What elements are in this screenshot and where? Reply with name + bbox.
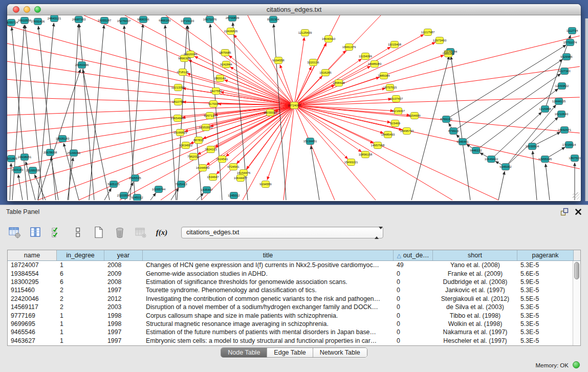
cell-in_degree[interactable]: 2	[57, 295, 104, 302]
graph-node[interactable]	[34, 18, 42, 25]
table-row[interactable]: 946554611997Estimation of the future num…	[8, 328, 580, 336]
graph-node[interactable]	[561, 127, 569, 134]
graph-node[interactable]	[262, 181, 270, 188]
table-row[interactable]: 1830029562008Estimation of significance …	[8, 278, 580, 286]
graph-node[interactable]	[223, 61, 230, 68]
graph-node[interactable]	[182, 142, 190, 149]
graph-node[interactable]	[472, 147, 480, 154]
cell-name[interactable]: 9463627	[8, 337, 57, 344]
graph-node[interactable]	[459, 139, 467, 145]
cell-in_degree[interactable]: 1	[57, 320, 104, 327]
graph-node[interactable]	[310, 59, 317, 66]
graph-node[interactable]	[424, 29, 432, 36]
graph-node[interactable]	[345, 44, 353, 51]
graph-node[interactable]	[21, 154, 29, 161]
cell-title[interactable]: Tourette syndrome. Phenomenology and cla…	[143, 287, 394, 294]
graph-node[interactable]	[347, 159, 355, 166]
graph-node[interactable]	[411, 113, 419, 119]
graph-node[interactable]	[212, 88, 220, 95]
cell-name[interactable]: 9465546	[8, 329, 57, 336]
graph-node[interactable]	[179, 69, 187, 76]
column-select-check-icon[interactable]	[50, 226, 63, 239]
graph-node[interactable]	[563, 54, 571, 60]
graph-node[interactable]	[391, 41, 399, 48]
table-row[interactable]: 946362711997Embryonic stem cells: a mode…	[8, 337, 580, 345]
cell-name[interactable]: 18300295	[8, 278, 57, 286]
cell-year[interactable]: 1997	[104, 287, 143, 294]
column-show-hide-icon[interactable]	[29, 226, 42, 239]
graph-node[interactable]	[502, 164, 510, 170]
graph-node[interactable]	[558, 83, 566, 90]
graph-node[interactable]	[101, 17, 108, 24]
cell-title[interactable]: Genome-wide association studies in ADHD.	[143, 270, 394, 277]
graph-node[interactable]	[335, 80, 343, 86]
graph-node[interactable]	[175, 99, 182, 105]
graph-node[interactable]	[178, 181, 185, 188]
memory-ok-indicator[interactable]	[573, 361, 580, 368]
graph-node[interactable]	[374, 142, 382, 149]
cell-year[interactable]: 2009	[104, 270, 143, 277]
cell-title[interactable]: Disruption of a novel member of a sodium…	[143, 303, 394, 311]
column-header-pagerank[interactable]: pagerank	[517, 250, 574, 260]
table-row[interactable]: 1456911722003Disruption of a novel membe…	[8, 303, 580, 311]
cell-in_degree[interactable]: 1	[57, 337, 104, 344]
cell-short[interactable]: de Silva et al. (2003)	[433, 303, 517, 311]
graph-node[interactable]	[529, 143, 536, 150]
graph-node[interactable]	[322, 70, 330, 76]
graph-node[interactable]	[78, 62, 86, 69]
graph-node[interactable]	[558, 111, 565, 118]
graph-node[interactable]	[177, 129, 184, 136]
graph-node[interactable]	[132, 175, 139, 182]
tab-node-table[interactable]: Node Table	[221, 348, 267, 357]
graph-node[interactable]	[120, 18, 128, 25]
cell-short[interactable]: Nakamura et al. (1997)	[433, 329, 517, 336]
cell-year[interactable]: 2008	[104, 278, 143, 286]
cell-title[interactable]: Embryonic stem cells: a model to study s…	[143, 337, 394, 344]
graph-node[interactable]	[270, 16, 277, 23]
graph-node[interactable]	[219, 156, 226, 163]
cell-pagerank[interactable]: 5.3E-5	[517, 320, 574, 327]
graph-node[interactable]	[222, 50, 229, 56]
column-header-title[interactable]: title	[143, 250, 394, 260]
cell-out_degree[interactable]: 0	[394, 278, 433, 286]
cell-title[interactable]: Structural magnetic resonance image aver…	[143, 320, 394, 327]
cell-pagerank[interactable]: 5.3E-5	[517, 261, 574, 269]
scrollbar-thumb[interactable]	[574, 262, 579, 279]
graph-node[interactable]	[21, 17, 29, 24]
cell-year[interactable]: 1997	[104, 337, 143, 344]
graph-node[interactable]	[561, 68, 569, 75]
close-window-button[interactable]	[13, 6, 19, 13]
cell-out_degree[interactable]: 0	[394, 270, 433, 277]
graph-node[interactable]	[134, 194, 141, 201]
graph-node[interactable]	[395, 108, 402, 115]
cell-name[interactable]: 22420046	[8, 295, 57, 302]
graph-node[interactable]	[207, 146, 215, 153]
graph-node[interactable]	[195, 137, 203, 144]
graph-node[interactable]	[184, 18, 191, 25]
graph-node[interactable]	[210, 101, 217, 107]
cell-title[interactable]: Estimation of significance thresholds fo…	[143, 278, 394, 286]
cell-short[interactable]: Yano et al. (2008)	[433, 261, 517, 269]
cell-pagerank[interactable]: 5.3E-5	[517, 329, 574, 336]
graph-node[interactable]	[8, 156, 15, 162]
column-header-year[interactable]: year	[104, 250, 143, 260]
cell-year[interactable]: 1998	[104, 312, 143, 319]
graph-node[interactable]	[443, 116, 450, 123]
cell-pagerank[interactable]: 5.3E-5	[517, 303, 574, 311]
graph-node[interactable]	[161, 17, 169, 24]
cell-in_degree[interactable]: 6	[57, 278, 104, 286]
graph-node[interactable]	[190, 154, 198, 160]
cell-short[interactable]: Stergiakouli et al. (2012)	[433, 295, 517, 302]
graph-node[interactable]	[450, 128, 458, 135]
graph-node[interactable]	[199, 165, 207, 171]
new-table-icon[interactable]	[92, 226, 105, 239]
cell-out_degree[interactable]: 0	[394, 295, 433, 302]
graph-node[interactable]	[307, 138, 314, 145]
cell-title[interactable]: Estimation of the future numbers of pati…	[143, 329, 394, 336]
graph-node[interactable]	[110, 181, 118, 188]
cell-name[interactable]: 18724007	[8, 261, 57, 269]
graph-node[interactable]	[384, 132, 392, 138]
minimize-window-button[interactable]	[24, 6, 30, 13]
cell-in_degree[interactable]: 1	[57, 312, 104, 319]
graph-node[interactable]	[571, 155, 579, 162]
